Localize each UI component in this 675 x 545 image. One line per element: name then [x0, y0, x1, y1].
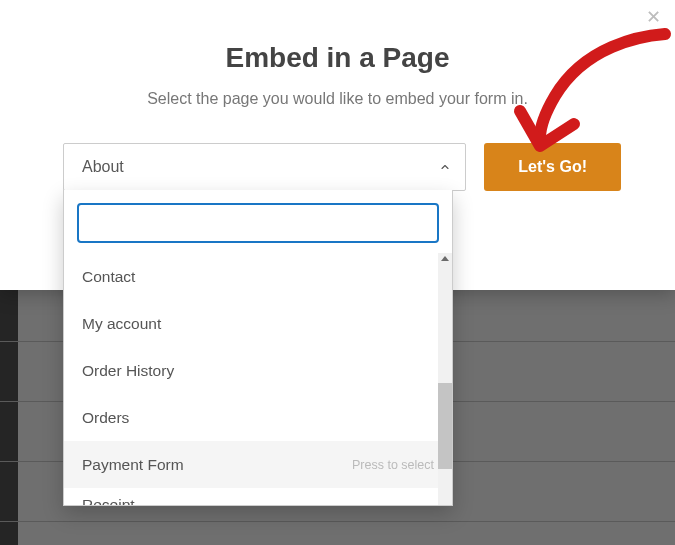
- page-select-dropdown: Contact My account Order History Orders …: [63, 190, 453, 506]
- page-select[interactable]: About: [63, 143, 466, 191]
- dropdown-search-input[interactable]: [77, 203, 439, 243]
- option-label: Receipt: [82, 496, 135, 505]
- lets-go-button[interactable]: Let's Go!: [484, 143, 621, 191]
- option-label: My account: [82, 315, 161, 333]
- dropdown-option-my-account[interactable]: My account: [64, 300, 452, 347]
- dropdown-scrollbar[interactable]: [438, 253, 452, 505]
- sidebar-sliver: [0, 289, 18, 545]
- close-icon[interactable]: ✕: [646, 8, 661, 26]
- dropdown-option-payment-form[interactable]: Payment Form Press to select: [64, 441, 452, 488]
- dropdown-search-wrap: [64, 190, 452, 253]
- dropdown-option-receipt[interactable]: Receipt: [64, 488, 452, 505]
- option-label: Order History: [82, 362, 174, 380]
- modal-title: Embed in a Page: [0, 42, 675, 74]
- page-background: ✕ Embed in a Page Select the page you wo…: [0, 0, 675, 545]
- go-button-label: Let's Go!: [518, 158, 587, 175]
- dropdown-option-order-history[interactable]: Order History: [64, 347, 452, 394]
- select-selected-label: About: [82, 158, 124, 176]
- select-head[interactable]: About: [63, 143, 466, 191]
- option-label: Contact: [82, 268, 135, 286]
- option-label: Payment Form: [82, 456, 184, 474]
- scroll-up-arrow-icon: [440, 254, 450, 264]
- bg-row-divider: [0, 521, 675, 522]
- dropdown-option-orders[interactable]: Orders: [64, 394, 452, 441]
- option-label: Orders: [82, 409, 129, 427]
- close-glyph: ✕: [646, 7, 661, 27]
- press-to-select-hint: Press to select: [352, 458, 434, 472]
- controls-row: About Let's Go!: [63, 143, 621, 191]
- dropdown-option-contact[interactable]: Contact: [64, 253, 452, 300]
- dropdown-options-list: Contact My account Order History Orders …: [64, 253, 452, 505]
- chevron-up-icon: [439, 161, 451, 173]
- modal-subtitle: Select the page you would like to embed …: [0, 90, 675, 108]
- scrollbar-thumb[interactable]: [438, 383, 452, 469]
